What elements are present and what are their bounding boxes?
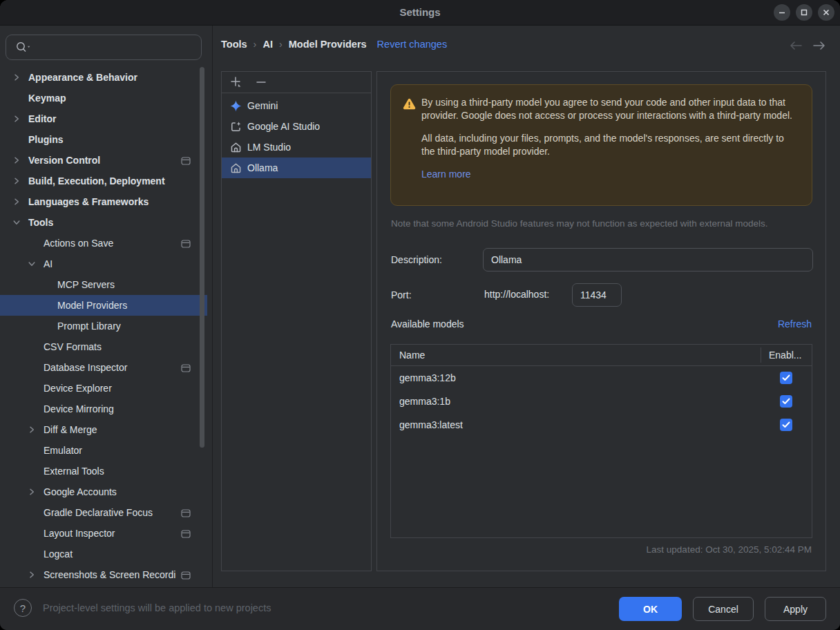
sidebar-item-label: Google Accounts (44, 486, 117, 497)
port-field[interactable] (572, 283, 622, 307)
sidebar-item-label: Appearance & Behavior (28, 72, 137, 83)
sidebar-item-editor[interactable]: Editor (0, 108, 207, 129)
models-table-header: Name Enabl... (391, 345, 812, 366)
back-arrow-icon[interactable] (789, 39, 803, 52)
provider-item-lm-studio[interactable]: LM Studio (222, 137, 371, 158)
sidebar-scrollbar[interactable] (200, 67, 204, 448)
ide-settings-icon (181, 239, 191, 250)
ide-settings-icon (181, 363, 191, 374)
sidebar-item-label: Device Explorer (44, 383, 112, 394)
model-row-gemma3-1b[interactable]: gemma3:1b (391, 390, 812, 413)
breadcrumb: Tools › AI › Model Providers Revert chan… (221, 36, 447, 52)
minimize-button[interactable] (774, 4, 790, 21)
chevron-right-icon[interactable] (10, 72, 23, 83)
sidebar-item-model-providers[interactable]: Model Providers (0, 295, 207, 316)
sidebar-item-mcp-servers[interactable]: MCP Servers (0, 274, 207, 295)
settings-sidebar: Appearance & BehaviorKeymapEditorPlugins… (0, 26, 212, 587)
sidebar-item-label: Plugins (28, 134, 64, 145)
sidebar-item-layout-inspector[interactable]: Layout Inspector (0, 523, 207, 544)
chevron-down-icon[interactable] (25, 258, 39, 269)
provider-name: Ollama (247, 162, 278, 173)
breadcrumb-ai[interactable]: AI (262, 39, 273, 50)
model-row-gemma3-latest[interactable]: gemma3:latest (391, 413, 812, 437)
sidebar-item-languages-frameworks[interactable]: Languages & Frameworks (0, 191, 207, 212)
chevron-right-icon[interactable] (25, 486, 39, 497)
sidebar-item-actions-on-save[interactable]: Actions on Save (0, 233, 207, 254)
sidebar-item-ai[interactable]: AI (0, 254, 207, 274)
sidebar-item-plugins[interactable]: Plugins (0, 129, 207, 150)
chevron-spacer (25, 466, 39, 477)
provider-list-panel: GeminiGoogle AI StudioLM StudioOllama (221, 71, 372, 571)
sidebar-item-device-mirroring[interactable]: Device Mirroring (0, 399, 207, 419)
breadcrumb-separator: › (279, 39, 283, 50)
chevron-spacer (25, 362, 39, 373)
sidebar-item-logcat[interactable]: Logcat (0, 544, 207, 564)
sidebar-item-emulator[interactable]: Emulator (0, 440, 207, 461)
revert-changes-link[interactable]: Revert changes (377, 39, 448, 50)
learn-more-link[interactable]: Learn more (421, 169, 471, 180)
home-icon (229, 162, 242, 174)
sidebar-item-external-tools[interactable]: External Tools (0, 461, 207, 481)
column-name: Name (391, 350, 425, 361)
sidebar-item-build-execution-deployment[interactable]: Build, Execution, Deployment (0, 171, 207, 191)
sidebar-item-label: CSV Formats (44, 341, 102, 352)
chevron-right-icon[interactable] (10, 196, 23, 207)
model-enabled-checkbox[interactable] (780, 372, 792, 384)
sidebar-item-device-explorer[interactable]: Device Explorer (0, 378, 207, 399)
chevron-right-icon[interactable] (10, 155, 23, 166)
provider-item-ollama[interactable]: Ollama (222, 158, 371, 178)
sidebar-item-appearance-behavior[interactable]: Appearance & Behavior (0, 67, 207, 88)
search-input[interactable] (37, 36, 198, 60)
chevron-right-icon[interactable] (25, 424, 39, 435)
ide-settings-icon (181, 529, 191, 540)
chevron-spacer (25, 507, 39, 518)
apply-button[interactable]: Apply (765, 597, 826, 621)
sidebar-divider (212, 26, 213, 587)
home-icon (229, 141, 242, 153)
column-enabled: Enabl... (769, 350, 801, 361)
model-name: gemma3:12b (391, 372, 456, 383)
chevron-spacer (25, 445, 39, 456)
sidebar-item-tools[interactable]: Tools (0, 212, 207, 233)
model-enabled-checkbox[interactable] (780, 419, 792, 431)
search-box[interactable] (6, 35, 202, 60)
sidebar-item-gradle-declarative-focus[interactable]: Gradle Declarative Focus (0, 502, 207, 523)
breadcrumb-tools[interactable]: Tools (221, 39, 247, 50)
sidebar-item-prompt-library[interactable]: Prompt Library (0, 316, 207, 336)
refresh-link[interactable]: Refresh (778, 318, 812, 330)
sidebar-item-screenshots-screen-recordi[interactable]: Screenshots & Screen Recordi (0, 564, 207, 585)
sidebar-item-keymap[interactable]: Keymap (0, 88, 207, 108)
help-icon[interactable]: ? (14, 599, 32, 617)
sidebar-item-csv-formats[interactable]: CSV Formats (0, 336, 207, 357)
provider-item-gemini[interactable]: Gemini (222, 95, 371, 116)
description-field[interactable] (483, 248, 813, 271)
ok-button[interactable]: OK (619, 597, 682, 621)
remove-provider-button[interactable] (255, 76, 267, 88)
column-divider[interactable] (761, 347, 761, 363)
chevron-right-icon[interactable] (25, 569, 39, 580)
model-enabled-checkbox[interactable] (780, 395, 792, 408)
chevron-down-icon[interactable] (10, 217, 23, 228)
chevron-right-icon[interactable] (10, 175, 23, 187)
close-button[interactable] (818, 4, 834, 21)
forward-arrow-icon[interactable] (812, 39, 826, 52)
provider-item-google-ai-studio[interactable]: Google AI Studio (222, 116, 371, 137)
search-icon (15, 41, 32, 57)
sidebar-item-diff-merge[interactable]: Diff & Merge (0, 419, 207, 440)
maximize-button[interactable] (796, 4, 812, 21)
localhost-prefix: http://localhost: (484, 289, 549, 300)
sidebar-item-version-control[interactable]: Version Control (0, 150, 207, 171)
provider-toolbar (222, 72, 371, 93)
sidebar-item-database-inspector[interactable]: Database Inspector (0, 357, 207, 378)
sidebar-item-google-accounts[interactable]: Google Accounts (0, 481, 207, 502)
warning-text: By using a third-party model you agree t… (421, 96, 796, 181)
add-provider-button[interactable] (230, 76, 242, 88)
cancel-button[interactable]: Cancel (693, 597, 754, 621)
sidebar-item-label: Database Inspector (44, 362, 127, 373)
chevron-right-icon[interactable] (10, 113, 23, 124)
provider-list: GeminiGoogle AI StudioLM StudioOllama (222, 93, 371, 178)
sidebar-item-label: Actions on Save (44, 238, 113, 249)
chevron-spacer (25, 341, 39, 352)
breadcrumb-model-providers[interactable]: Model Providers (289, 39, 367, 50)
model-row-gemma3-12b[interactable]: gemma3:12b (391, 366, 812, 390)
